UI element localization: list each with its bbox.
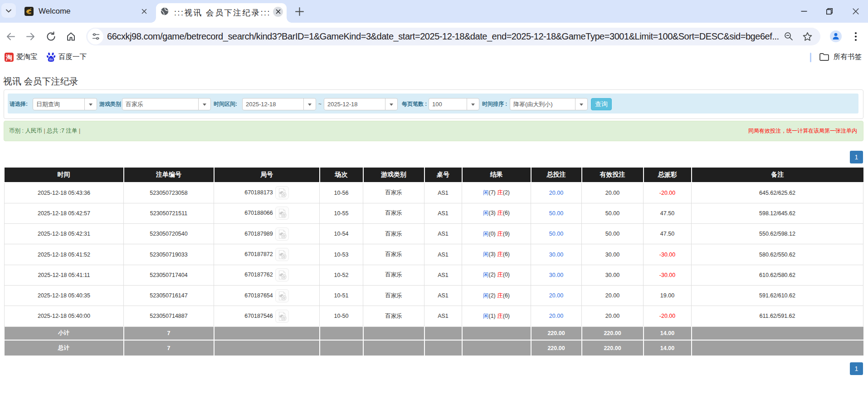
svg-text:du: du: [49, 57, 53, 61]
